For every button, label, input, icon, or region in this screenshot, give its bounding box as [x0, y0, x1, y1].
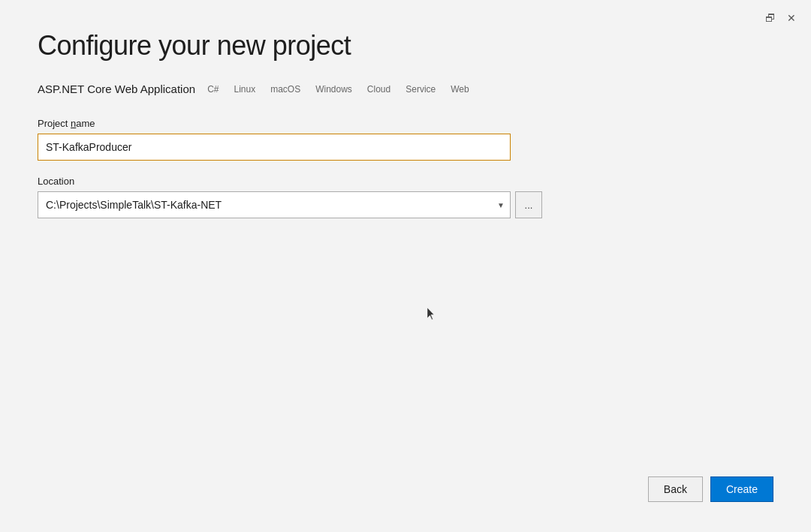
tag-macos: macOS: [267, 83, 303, 95]
project-name-label-underline: n: [71, 118, 76, 129]
close-button[interactable]: ✕: [781, 8, 802, 29]
title-bar: 🗗 ✕: [751, 0, 811, 36]
form-section: Project name Location C:\Projects\Simple…: [38, 118, 548, 218]
location-row: C:\Projects\SimpleTalk\ST-Kafka-NET ▼ ..…: [38, 191, 548, 218]
back-button[interactable]: Back: [648, 476, 703, 502]
location-select-wrapper: C:\Projects\SimpleTalk\ST-Kafka-NET ▼: [38, 191, 511, 218]
tag-linux: Linux: [231, 83, 258, 95]
bottom-bar: Back Create: [38, 476, 773, 509]
restore-button[interactable]: 🗗: [760, 8, 781, 29]
tag-service: Service: [402, 83, 439, 95]
tag-csharp: C#: [204, 83, 222, 95]
project-name-group: Project name: [38, 118, 548, 161]
subtitle-row: ASP.NET Core Web Application C# Linux ma…: [38, 83, 773, 95]
tag-web: Web: [448, 83, 472, 95]
location-group: Location C:\Projects\SimpleTalk\ST-Kafka…: [38, 176, 548, 218]
tag-windows: Windows: [312, 83, 355, 95]
location-select[interactable]: C:\Projects\SimpleTalk\ST-Kafka-NET: [38, 191, 511, 218]
project-type-label: ASP.NET Core Web Application: [38, 83, 195, 95]
tag-cloud: Cloud: [364, 83, 393, 95]
project-name-label: Project name: [38, 118, 548, 129]
page-title: Configure your new project: [38, 30, 773, 62]
create-button[interactable]: Create: [710, 476, 773, 502]
location-label: Location: [38, 176, 548, 187]
browse-button[interactable]: ...: [515, 191, 542, 218]
main-content: Configure your new project ASP.NET Core …: [0, 0, 811, 532]
project-name-input[interactable]: [38, 134, 511, 161]
